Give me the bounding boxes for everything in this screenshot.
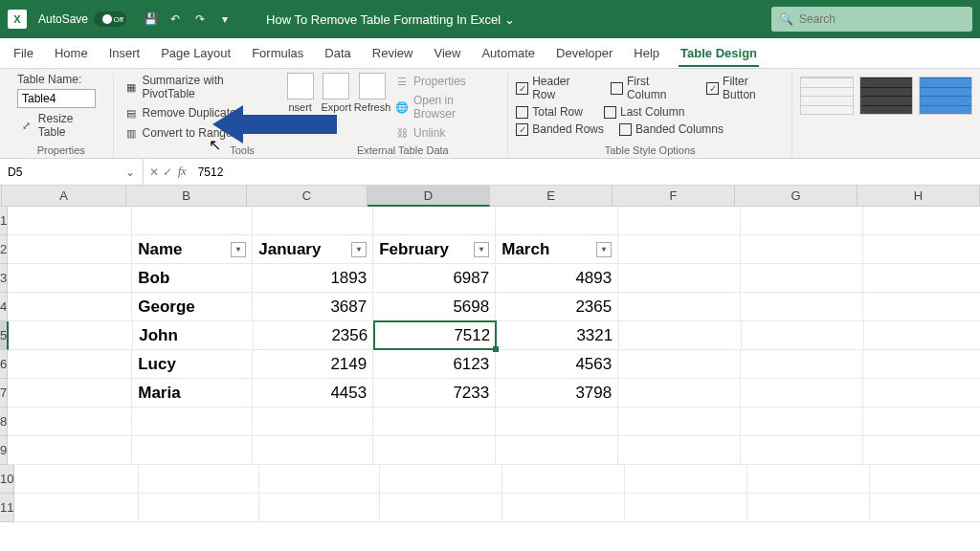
row-header-4[interactable]: 4 — [0, 293, 8, 321]
row-header-10[interactable]: 10 — [0, 465, 14, 494]
cell[interactable]: 5698 — [373, 293, 496, 321]
remove-duplicates-button[interactable]: ▤Remove Duplicates — [122, 104, 280, 121]
cell[interactable] — [619, 321, 742, 350]
cell[interactable] — [8, 350, 132, 379]
cell[interactable] — [741, 436, 863, 465]
cell[interactable] — [747, 494, 870, 522]
search-box[interactable]: 🔍 — [771, 7, 972, 32]
export-button[interactable]: Export — [320, 73, 352, 144]
tab-developer[interactable]: Developer — [554, 40, 614, 66]
banded-columns-checkbox[interactable]: Banded Columns — [619, 122, 724, 136]
search-input[interactable] — [799, 12, 965, 26]
filter-button-checkbox[interactable]: ✓Filter Button — [706, 75, 784, 101]
col-header-A[interactable]: A — [2, 186, 126, 207]
fx-icon[interactable]: fx — [178, 165, 187, 179]
cell[interactable]: 3687 — [253, 293, 373, 321]
row-header-6[interactable]: 6 — [0, 350, 8, 379]
cell[interactable] — [496, 207, 618, 235]
tab-table-design[interactable]: Table Design — [679, 40, 759, 67]
cell[interactable]: John — [133, 321, 254, 350]
cell[interactable] — [502, 494, 625, 522]
row-header-2[interactable]: 2 — [0, 235, 8, 264]
col-header-B[interactable]: B — [126, 186, 247, 207]
table-header-feb[interactable]: February▾ — [373, 235, 496, 264]
banded-rows-checkbox[interactable]: ✓Banded Rows — [516, 122, 604, 136]
cell[interactable] — [741, 235, 863, 264]
cell[interactable] — [373, 436, 496, 465]
col-header-E[interactable]: E — [490, 186, 612, 207]
undo-icon[interactable]: ↶ — [163, 7, 188, 32]
redo-icon[interactable]: ↷ — [188, 7, 212, 32]
cell[interactable]: 6987 — [373, 264, 496, 293]
cell[interactable]: 3798 — [496, 379, 618, 408]
cell[interactable] — [373, 207, 496, 235]
table-style-light[interactable] — [800, 77, 854, 115]
tab-view[interactable]: View — [432, 40, 462, 66]
col-header-C[interactable]: C — [247, 186, 368, 207]
cell[interactable] — [618, 264, 741, 293]
convert-to-range-button[interactable]: ▥Convert to Range — [122, 124, 280, 142]
cell[interactable] — [625, 465, 747, 494]
resize-table-button[interactable]: ⤢ Resize Table — [17, 111, 105, 140]
cell[interactable] — [132, 408, 253, 436]
cell[interactable] — [618, 235, 741, 264]
cell[interactable] — [863, 350, 980, 379]
row-header-1[interactable]: 1 — [0, 207, 8, 235]
cell[interactable] — [496, 408, 618, 436]
tab-data[interactable]: Data — [323, 40, 352, 66]
cell[interactable] — [625, 494, 747, 522]
chevron-down-icon[interactable]: ⌄ — [125, 165, 135, 179]
cell[interactable] — [132, 436, 253, 465]
cell[interactable] — [8, 379, 132, 408]
table-name-input[interactable] — [17, 89, 96, 108]
cell[interactable]: 2365 — [496, 293, 618, 321]
first-column-checkbox[interactable]: First Column — [611, 75, 691, 101]
cell[interactable] — [9, 321, 133, 350]
name-box[interactable]: D5 ⌄ — [0, 159, 144, 185]
cell[interactable]: 2149 — [253, 350, 373, 379]
cell[interactable] — [380, 465, 502, 494]
tab-home[interactable]: Home — [53, 40, 90, 66]
cell[interactable]: 1893 — [253, 264, 373, 293]
cell[interactable]: George — [132, 293, 253, 321]
cell[interactable] — [863, 408, 980, 436]
cell[interactable] — [618, 293, 741, 321]
header-row-checkbox[interactable]: ✓Header Row — [516, 75, 595, 101]
cell[interactable] — [8, 408, 132, 436]
cell[interactable] — [373, 408, 496, 436]
cell[interactable] — [618, 436, 741, 465]
tab-page-layout[interactable]: Page Layout — [159, 40, 233, 66]
col-header-D[interactable]: D — [368, 186, 490, 207]
formula-input[interactable]: 7512 — [194, 165, 980, 179]
tab-review[interactable]: Review — [370, 40, 415, 66]
cell[interactable] — [863, 379, 980, 408]
tab-help[interactable]: Help — [632, 40, 661, 66]
cell[interactable]: Maria — [132, 379, 253, 408]
cell[interactable] — [741, 408, 863, 436]
cell-selected[interactable]: 7512 — [374, 321, 497, 350]
cell[interactable] — [870, 465, 980, 494]
enter-icon[interactable]: ✓ — [163, 165, 172, 179]
cell[interactable] — [863, 207, 980, 235]
cell[interactable] — [741, 293, 863, 321]
row-header-7[interactable]: 7 — [0, 379, 8, 408]
filter-dropdown-icon[interactable]: ▾ — [474, 242, 489, 257]
cell[interactable] — [14, 465, 139, 494]
cancel-icon[interactable]: ✕ — [149, 165, 159, 179]
table-header-name[interactable]: Name▾ — [132, 235, 253, 264]
total-row-checkbox[interactable]: Total Row — [516, 105, 583, 119]
cell[interactable] — [8, 264, 132, 293]
save-icon[interactable]: 💾 — [138, 7, 163, 32]
cell[interactable] — [863, 436, 980, 465]
cell[interactable]: 3321 — [497, 321, 619, 350]
cell[interactable] — [741, 264, 863, 293]
cell[interactable] — [618, 350, 741, 379]
cell[interactable] — [8, 293, 132, 321]
cell[interactable]: 2356 — [254, 321, 374, 350]
cell[interactable] — [864, 321, 980, 350]
insert-slicer-button[interactable]: nsert — [284, 73, 317, 144]
row-header-8[interactable]: 8 — [0, 408, 8, 436]
cell[interactable] — [139, 494, 259, 522]
cell[interactable]: 4453 — [253, 379, 373, 408]
cell[interactable] — [139, 465, 259, 494]
